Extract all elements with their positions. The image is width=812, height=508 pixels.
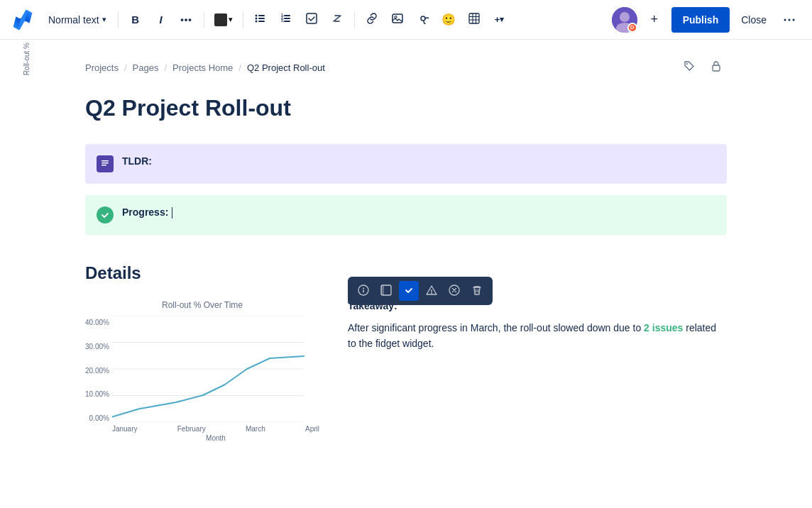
x-axis-label: Month [112, 434, 319, 442]
avatar[interactable]: D [612, 7, 637, 33]
bullet-list-button[interactable] [249, 9, 272, 31]
svg-point-24 [784, 18, 786, 21]
y-axis-label-wrapper: Roll-out % [23, 43, 31, 75]
svg-rect-29 [102, 160, 109, 162]
chart-area: 40.00% 30.00% 20.00% 10.00% 0.00% [85, 316, 319, 442]
toolbar-right: D + Publish Close [612, 7, 801, 33]
link-icon [366, 13, 378, 26]
inline-delete-button[interactable] [467, 281, 487, 301]
svg-rect-30 [102, 162, 109, 164]
toolbar-divider-1 [118, 11, 119, 28]
inline-error-button[interactable] [444, 281, 464, 301]
svg-text:3.: 3. [281, 18, 285, 23]
close-button[interactable]: Close [735, 9, 772, 31]
svg-rect-5 [258, 21, 265, 22]
inline-panel-button[interactable] [376, 281, 396, 301]
y-axis: 40.00% 30.00% 20.00% 10.00% 0.00% [85, 316, 109, 422]
insert-button[interactable]: + ▾ [488, 9, 511, 31]
task-icon [306, 13, 317, 26]
inline-warning-button[interactable] [422, 281, 441, 301]
svg-point-15 [421, 16, 425, 21]
toolbar-divider-3 [243, 11, 243, 28]
inline-success-button[interactable] [399, 281, 419, 301]
text-style-dropdown[interactable]: Normal text ▾ [43, 11, 112, 28]
breadcrumb-pages[interactable]: Pages [133, 62, 159, 73]
svg-rect-12 [307, 13, 317, 23]
publish-button[interactable]: Publish [671, 7, 730, 33]
page-title[interactable]: Q2 Project Roll-out [85, 95, 727, 121]
svg-rect-34 [363, 289, 364, 292]
numbered-list-icon: 1. 2. 3. [280, 13, 292, 26]
lock-button[interactable] [706, 57, 727, 78]
avatar-badge: D [627, 23, 637, 33]
text-cursor [172, 207, 172, 219]
svg-rect-9 [284, 18, 290, 19]
color-button[interactable]: ▾ [210, 11, 237, 29]
text-style-label: Normal text [48, 14, 99, 26]
svg-point-27 [686, 63, 688, 65]
formatting-button[interactable] [326, 9, 349, 31]
italic-button[interactable]: I [150, 9, 172, 31]
chevron-down-icon-insert: ▾ [500, 15, 504, 24]
link-button[interactable] [361, 9, 383, 31]
task-button[interactable] [300, 9, 323, 31]
breadcrumb-sep-2: / [164, 62, 167, 73]
warning-icon [426, 285, 437, 298]
svg-rect-16 [469, 13, 479, 23]
toolbar: Normal text ▾ B I ••• ▾ 1. [0, 0, 812, 40]
tag-icon [684, 60, 695, 74]
svg-point-4 [255, 21, 257, 23]
progress-callout[interactable]: Progress: [85, 195, 727, 235]
create-button[interactable]: + [643, 9, 666, 31]
svg-rect-11 [284, 21, 290, 22]
table-icon [468, 13, 480, 26]
chart-title: Roll-out % Over Time [85, 300, 319, 310]
svg-rect-1 [258, 15, 265, 16]
more-options-button[interactable] [778, 9, 801, 31]
toolbar-divider-4 [354, 11, 355, 28]
logo[interactable] [11, 9, 34, 31]
numbered-list-button[interactable]: 1. 2. 3. [275, 9, 297, 31]
bold-button[interactable]: B [124, 9, 147, 31]
mention-icon [417, 13, 429, 26]
y-axis-label: Roll-out % [23, 43, 31, 75]
color-swatch [214, 13, 227, 26]
tag-button[interactable] [679, 57, 700, 78]
breadcrumb-projects[interactable]: Projects [85, 62, 119, 73]
svg-point-25 [789, 18, 791, 21]
mention-button[interactable] [412, 9, 434, 31]
tldr-icon [97, 155, 114, 172]
chevron-down-icon: ▾ [102, 15, 106, 24]
panel-icon [380, 285, 392, 298]
svg-point-22 [620, 12, 630, 22]
breadcrumb-projects-home[interactable]: Projects Home [172, 62, 233, 73]
delete-icon [471, 285, 483, 298]
chart-svg [112, 316, 318, 422]
info-icon [358, 285, 369, 298]
emoji-button[interactable]: 🙂 [437, 9, 460, 31]
issues-link[interactable]: 2 issues [644, 322, 683, 333]
image-button[interactable] [386, 9, 409, 31]
progress-icon [97, 206, 114, 223]
svg-rect-37 [404, 285, 414, 295]
bullet-list-icon [255, 13, 266, 26]
error-icon [449, 285, 460, 298]
breadcrumb-sep-1: / [124, 62, 127, 73]
breadcrumb-actions [679, 57, 727, 78]
inline-toolbar [348, 277, 493, 305]
svg-rect-28 [713, 65, 720, 71]
svg-point-39 [431, 292, 432, 294]
inline-info-button[interactable] [353, 281, 373, 301]
toolbar-divider-2 [204, 11, 204, 28]
breadcrumb: Projects / Pages / Projects Home / Q2 Pr… [85, 57, 727, 78]
svg-point-33 [363, 287, 364, 289]
table-button[interactable] [463, 9, 485, 31]
svg-rect-38 [431, 289, 432, 292]
x-ticks: January February March April [112, 425, 319, 433]
success-icon [403, 285, 415, 298]
takeaway-text: After significant progress in March, the… [348, 320, 727, 352]
progress-text: Progress: [122, 206, 715, 219]
svg-rect-31 [102, 165, 106, 166]
more-text-button[interactable]: ••• [175, 9, 198, 31]
tldr-callout[interactable]: TLDR: [85, 144, 727, 184]
